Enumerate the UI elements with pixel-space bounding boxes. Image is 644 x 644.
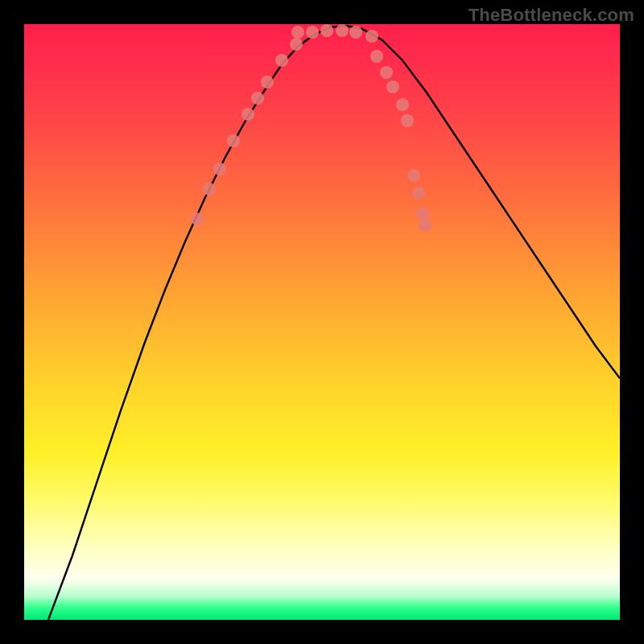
curve-marker — [291, 26, 304, 39]
curve-marker — [261, 76, 274, 89]
curve-marker — [251, 92, 264, 105]
curve-marker — [419, 219, 431, 232]
curve-marker — [275, 54, 288, 67]
curve-marker — [227, 134, 240, 147]
curve-marker — [401, 114, 414, 127]
curve-marker — [407, 169, 420, 182]
curve-marker — [412, 187, 425, 200]
curve-marker — [380, 66, 393, 79]
watermark-text: TheBottleneck.com — [469, 5, 634, 26]
curve-marker — [336, 24, 349, 37]
curve-marker — [386, 80, 399, 93]
curve-marker — [370, 50, 383, 63]
curve-marker — [191, 213, 204, 225]
curve-marker — [365, 30, 378, 43]
curve-marker — [396, 98, 409, 111]
curve-marker — [290, 38, 303, 51]
curve-path — [48, 26, 620, 620]
curve-marker — [306, 26, 319, 39]
chart-frame: TheBottleneck.com — [0, 0, 644, 644]
plot-area — [24, 24, 620, 620]
bottleneck-curve — [24, 24, 620, 620]
curve-marker — [203, 183, 216, 196]
curve-marker — [349, 26, 362, 39]
curve-marker — [242, 108, 254, 121]
curve-marker — [213, 163, 226, 175]
curve-marker — [320, 24, 333, 37]
curve-marker — [416, 207, 429, 220]
